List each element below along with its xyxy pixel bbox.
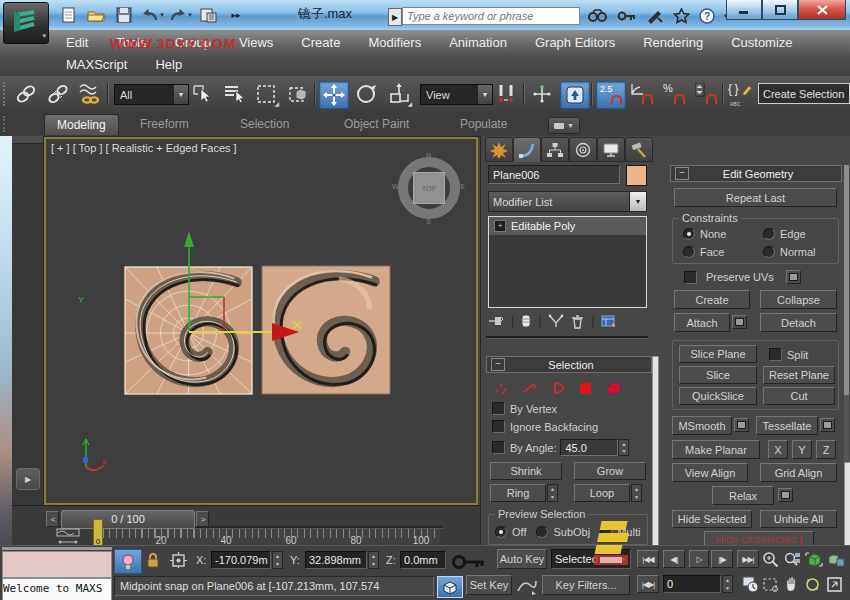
stack-item-editable-poly[interactable]: + Editable Poly: [489, 217, 646, 235]
next-frame-button[interactable]: >: [196, 511, 209, 527]
isolate-selection-toggle[interactable]: [114, 549, 142, 574]
polygon-subobject-button[interactable]: [579, 382, 592, 395]
application-menu-button[interactable]: ▾: [3, 2, 49, 44]
preview-off-radio[interactable]: Off: [495, 525, 526, 539]
selection-lock-toggle[interactable]: [146, 552, 160, 568]
orbit-button[interactable]: [804, 576, 821, 593]
msmooth-settings-button[interactable]: [734, 418, 749, 432]
x-spinner[interactable]: ▲▼: [272, 551, 283, 569]
cut-button[interactable]: Cut: [763, 387, 835, 405]
maxscript-mini-listener[interactable]: Welcome to MAXS: [2, 547, 112, 600]
tab-motion[interactable]: [569, 137, 597, 162]
repeat-last-button[interactable]: Repeat Last: [674, 188, 837, 207]
tab-utilities[interactable]: [625, 137, 653, 162]
edit-geometry-rollout-header[interactable]: – Edit Geometry: [670, 165, 842, 182]
grid-toggle-button[interactable]: [437, 576, 463, 598]
unlink-selection-button[interactable]: [44, 81, 72, 107]
loop-button[interactable]: Loop: [574, 484, 630, 502]
unhide-all-button[interactable]: Unhide All: [760, 510, 837, 528]
rectangular-selection-region-button[interactable]: ◢: [252, 81, 280, 107]
close-button[interactable]: [798, 0, 846, 20]
search-input[interactable]: [402, 7, 580, 25]
open-file-button[interactable]: [84, 4, 108, 26]
communication-center-icon[interactable]: [646, 9, 664, 24]
favorites-star-icon[interactable]: [673, 8, 690, 24]
bind-to-space-warp-button[interactable]: [76, 81, 104, 107]
msmooth-button[interactable]: MSmooth: [672, 416, 732, 435]
grow-button[interactable]: Grow: [574, 462, 646, 480]
keyboard-shortcut-override-button[interactable]: [560, 81, 590, 109]
current-frame-field[interactable]: 0: [663, 575, 721, 593]
scene-geometry[interactable]: [46, 139, 476, 503]
create-button[interactable]: Create: [674, 290, 750, 309]
rollout-scrollbar[interactable]: [652, 356, 659, 548]
percent-snap-toggle-button[interactable]: %: [660, 81, 688, 107]
pin-stack-button[interactable]: [488, 314, 504, 328]
search-icon[interactable]: [588, 9, 608, 23]
by-vertex-checkbox[interactable]: By Vertex: [492, 402, 557, 416]
frame-spinner[interactable]: ▲▼: [722, 575, 733, 593]
window-crossing-toggle-button[interactable]: [284, 81, 312, 107]
time-configuration-button[interactable]: [742, 576, 759, 593]
z-coord-field[interactable]: 0.0mm: [400, 551, 446, 569]
ring-spinner[interactable]: ▲▼: [547, 484, 558, 502]
y-spinner[interactable]: ▲▼: [368, 551, 379, 569]
region-zoom-button[interactable]: [762, 576, 779, 593]
zoom-extents-all-button[interactable]: [827, 551, 845, 568]
minimize-button[interactable]: [726, 0, 762, 20]
menu-maxscript[interactable]: MAXScript: [52, 54, 141, 75]
relax-settings-button[interactable]: [778, 488, 793, 502]
grid-align-button[interactable]: Grid Align: [760, 463, 837, 482]
constraint-normal-radio[interactable]: Normal: [763, 245, 815, 259]
detach-button[interactable]: Detach: [760, 313, 837, 332]
edit-named-selection-sets-button[interactable]: { } ABC: [726, 81, 754, 107]
listener-splitter[interactable]: [2, 547, 112, 550]
menu-customize[interactable]: Customize: [717, 32, 806, 53]
menu-graph-editors[interactable]: Graph Editors: [521, 32, 629, 53]
menu-animation[interactable]: Animation: [435, 32, 521, 53]
go-to-end-button[interactable]: ▶▶|: [737, 550, 759, 568]
preserve-uvs-settings-button[interactable]: [786, 270, 801, 284]
undo-button[interactable]: ▾: [140, 4, 164, 26]
reference-coordinate-system-dropdown[interactable]: View ▼: [420, 84, 493, 105]
make-planar-button[interactable]: Make Planar: [672, 440, 760, 459]
attach-settings-button[interactable]: [732, 315, 747, 329]
slice-button[interactable]: Slice: [679, 366, 757, 384]
preview-subobj-radio[interactable]: SubObj: [536, 525, 590, 539]
go-to-start-button[interactable]: |◀◀: [637, 550, 659, 568]
configure-modifier-sets-button[interactable]: [601, 314, 617, 328]
menu-help[interactable]: Help: [141, 54, 196, 75]
panel-scrollbar-lower[interactable]: [844, 462, 850, 548]
set-key-button[interactable]: Set Key: [466, 575, 512, 595]
vertex-subobject-button[interactable]: [494, 381, 508, 395]
play-button[interactable]: ▷: [689, 550, 709, 568]
timeline-ruler[interactable]: 20 40 60 80 100: [96, 529, 440, 546]
tab-modify[interactable]: [513, 137, 541, 162]
preserve-uvs-control[interactable]: Preserve UVs: [684, 270, 801, 284]
element-subobject-button[interactable]: [606, 381, 622, 395]
title-expand-arrow[interactable]: ▶: [388, 8, 402, 26]
modifier-stack[interactable]: + Editable Poly: [488, 216, 647, 308]
search-box[interactable]: [402, 7, 580, 25]
zoom-all-button[interactable]: [783, 551, 801, 568]
ribbon-expand-button[interactable]: ▶: [16, 468, 40, 490]
ribbon-tab-selection[interactable]: Selection: [228, 114, 301, 134]
relax-button[interactable]: Relax: [712, 486, 774, 505]
menu-create[interactable]: Create: [287, 32, 354, 53]
ribbon-tab-modeling[interactable]: Modeling: [44, 114, 119, 135]
make-unique-button[interactable]: [548, 314, 564, 328]
redo-button[interactable]: ▾: [168, 4, 192, 26]
maximize-viewport-toggle[interactable]: [826, 576, 843, 593]
maxscript-macro-pane[interactable]: [2, 551, 112, 578]
by-angle-control[interactable]: By Angle: 45.0 ▲▼: [492, 439, 629, 456]
attach-button[interactable]: Attach: [674, 313, 730, 332]
open-mini-curve-editor-button[interactable]: [56, 528, 82, 544]
object-color-swatch[interactable]: [626, 165, 647, 186]
key-mode-toggle[interactable]: |◀▶|: [637, 575, 659, 593]
planar-z-button[interactable]: Z: [816, 440, 836, 459]
tab-hierarchy[interactable]: [541, 137, 569, 162]
show-end-result-button[interactable]: [521, 313, 531, 329]
reset-plane-button[interactable]: Reset Plane: [763, 366, 835, 384]
menu-edit[interactable]: Edit: [52, 32, 102, 53]
snap-toggle-2.5d-button[interactable]: 2.5: [596, 81, 626, 109]
